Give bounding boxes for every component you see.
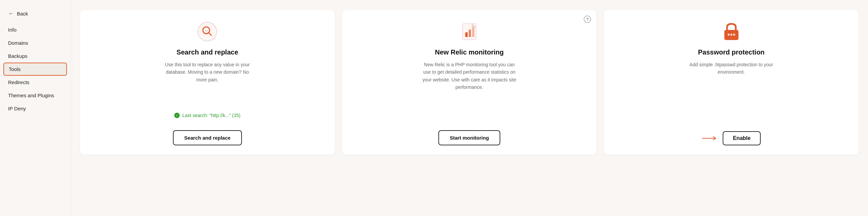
search-replace-icon: ↔ (196, 21, 218, 42)
new-relic-card: ? New Relic monitoring New Relic is a PH… (342, 10, 597, 155)
search-replace-title: Search and replace (177, 49, 238, 56)
enable-row: Enable (702, 131, 760, 145)
password-protection-desc: Add simple .htpasswd protection to your … (684, 61, 778, 76)
new-relic-desc: New Relic is a PHP monitoring tool you c… (422, 61, 517, 91)
new-relic-title: New Relic monitoring (435, 49, 504, 56)
search-replace-status: ✓ Last search: "http://k..." (35) (174, 113, 241, 118)
sidebar-item-backups[interactable]: Backups (0, 50, 70, 63)
arrow-right-icon (702, 135, 718, 142)
back-label: Back (17, 11, 28, 17)
svg-point-10 (731, 34, 733, 36)
sidebar-item-info[interactable]: Info (0, 23, 70, 36)
svg-point-11 (733, 34, 735, 36)
new-relic-icon (459, 21, 480, 42)
search-replace-button[interactable]: Search and replace (173, 130, 242, 145)
sidebar-item-domains[interactable]: Domains (0, 36, 70, 50)
enable-button[interactable]: Enable (723, 131, 760, 145)
svg-text:↔: ↔ (205, 29, 208, 32)
main-content: ↔ Search and replace Use this tool to re… (71, 0, 868, 216)
back-button[interactable]: ← Back (0, 7, 70, 23)
sidebar-item-themes-plugins[interactable]: Themes and Plugins (0, 89, 70, 102)
sidebar: ← Back Info Domains Backups Tools Redire… (0, 0, 71, 216)
svg-point-9 (728, 34, 730, 36)
sidebar-item-redirects[interactable]: Redirects (0, 76, 70, 89)
start-monitoring-button[interactable]: Start monitoring (438, 130, 501, 145)
svg-rect-7 (472, 28, 474, 37)
password-protection-title: Password protection (698, 49, 765, 56)
password-protection-icon (721, 21, 742, 42)
search-replace-card: ↔ Search and replace Use this tool to re… (80, 10, 335, 155)
svg-rect-5 (465, 32, 468, 37)
status-dot-icon: ✓ (174, 113, 180, 118)
back-arrow-icon: ← (8, 10, 14, 17)
password-protection-card: Password protection Add simple .htpasswd… (604, 10, 859, 155)
help-icon[interactable]: ? (584, 16, 591, 23)
sidebar-item-ip-deny[interactable]: IP Deny (0, 102, 70, 115)
sidebar-item-tools[interactable]: Tools (3, 63, 67, 76)
search-replace-desc: Use this tool to replace any value in yo… (160, 61, 254, 84)
svg-rect-6 (469, 30, 471, 37)
